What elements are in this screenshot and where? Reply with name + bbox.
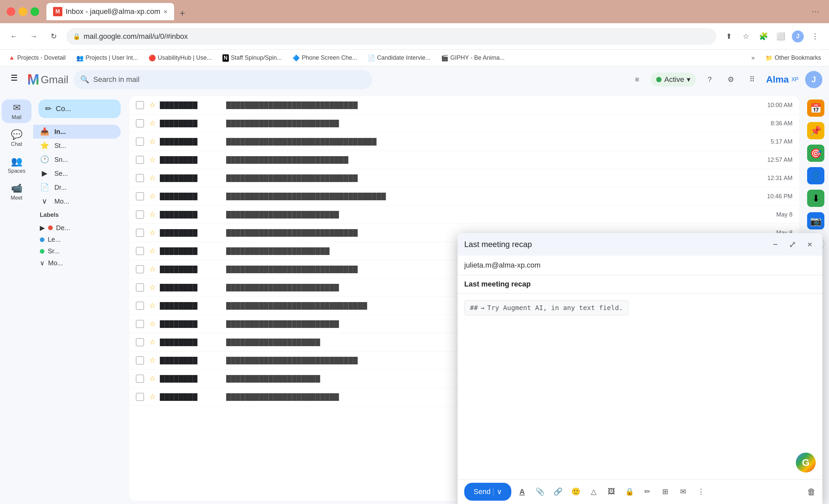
right-icon-tasks[interactable]: 📌	[807, 122, 824, 139]
email-checkbox[interactable]	[136, 174, 144, 182]
address-bar[interactable]: 🔒 mail.google.com/mail/u/0/#inbox	[66, 28, 716, 45]
send-dropdown-arrow[interactable]: ∨	[493, 488, 502, 496]
right-icon-calendar[interactable]: 📅	[807, 100, 824, 117]
compose-body-area[interactable]: ## → Try Augment AI, in any text field. …	[458, 293, 822, 479]
star-icon[interactable]: ☆	[149, 283, 156, 292]
sidebar-item-chat[interactable]: 💬 Chat	[2, 126, 32, 150]
label-item-de[interactable]: ▶ De...	[33, 222, 126, 234]
compose-to-field[interactable]: julieta.m@alma-xp.com	[458, 256, 822, 275]
bookmark-staff-spinup[interactable]: N Staff Spinup/Spin...	[220, 53, 285, 63]
gemini-button[interactable]: G	[796, 453, 816, 472]
email-checkbox[interactable]	[136, 119, 144, 127]
email-checkbox[interactable]	[136, 247, 144, 255]
star-icon[interactable]: ☆	[149, 192, 156, 201]
nav-item-sent[interactable]: ▶ Se...	[33, 167, 121, 180]
right-icon-contacts[interactable]: 👤	[807, 167, 824, 184]
signature-button[interactable]: ✏	[640, 484, 655, 499]
star-icon[interactable]: ☆	[149, 265, 156, 274]
compose-close-button[interactable]: ×	[804, 239, 816, 250]
minimize-window-button[interactable]	[19, 7, 27, 16]
new-tab-button[interactable]: +	[174, 6, 191, 20]
compose-button[interactable]: ✏ Co...	[38, 100, 121, 118]
email-checkbox[interactable]	[136, 138, 144, 146]
bookmark-usabilityhub[interactable]: 🔴 UsabilityHub | Use...	[146, 53, 215, 63]
email-checkbox[interactable]	[136, 211, 144, 218]
email-checkbox[interactable]	[136, 229, 144, 237]
lock-button[interactable]: 🔒	[622, 484, 637, 499]
email-row[interactable]: ☆ ████████ █████████████████████████████…	[129, 187, 799, 206]
email-checkbox[interactable]	[136, 156, 144, 164]
star-icon[interactable]: ☆	[149, 137, 156, 146]
format-text-button[interactable]: A	[515, 484, 529, 499]
bookmark-button[interactable]: ☆	[739, 29, 753, 44]
nav-item-inbox[interactable]: 📥 In...	[33, 125, 121, 139]
label-item-mo[interactable]: ∨ Mo...	[33, 257, 126, 269]
email-checkbox[interactable]	[136, 265, 144, 273]
star-icon[interactable]: ☆	[149, 393, 156, 401]
gmail-search-bar[interactable]: 🔍 Search in mail	[74, 70, 372, 89]
insert-emoji-button[interactable]: 🙂	[568, 484, 583, 499]
bookmarks-overflow[interactable]: »	[749, 53, 757, 63]
star-icon[interactable]: ☆	[149, 101, 156, 109]
email-row[interactable]: ☆ ████████ ████████████████████████████ …	[129, 169, 799, 187]
nav-item-snoozed[interactable]: 🕐 Sn...	[33, 152, 121, 167]
compose-expand-button[interactable]: ⤢	[787, 239, 798, 250]
maximize-window-button[interactable]	[31, 7, 39, 16]
help-button[interactable]: ?	[702, 72, 717, 87]
tab-close-button[interactable]: ×	[164, 8, 168, 15]
split-view-button[interactable]: ⬜	[773, 29, 788, 44]
bookmark-phone-screen[interactable]: 🔷 Phone Screen Che...	[290, 53, 360, 63]
reload-button[interactable]: ↻	[46, 29, 61, 44]
schedule-send-button[interactable]: ✉	[676, 484, 690, 499]
nav-item-more[interactable]: ∨ Mo...	[33, 194, 121, 208]
star-icon[interactable]: ☆	[149, 320, 156, 328]
insert-link-button[interactable]: 🔗	[550, 484, 565, 499]
email-checkbox[interactable]	[136, 393, 144, 401]
email-checkbox[interactable]	[136, 338, 144, 346]
bookmark-user-int[interactable]: 👥 Projects | User Int...	[74, 53, 141, 63]
sidebar-item-meet[interactable]: 📹 Meet	[2, 180, 32, 204]
forward-button[interactable]: →	[27, 29, 41, 44]
right-icon-video[interactable]: 📷	[807, 212, 824, 229]
active-tab[interactable]: M Inbox - jaquell@alma-xp.com ×	[46, 3, 174, 20]
email-checkbox[interactable]	[136, 320, 144, 328]
email-row[interactable]: ☆ ████████ ████████████████████████ May …	[129, 206, 799, 224]
star-icon[interactable]: ☆	[149, 338, 156, 347]
close-window-button[interactable]	[7, 7, 15, 16]
star-icon[interactable]: ☆	[149, 301, 156, 310]
right-icon-meet[interactable]: 🎯	[807, 145, 824, 162]
nav-item-starred[interactable]: ⭐ St...	[33, 139, 121, 152]
email-checkbox[interactable]	[136, 192, 144, 200]
sidebar-item-mail[interactable]: ✉ Mail	[2, 100, 32, 123]
attach-file-button[interactable]: 📎	[533, 484, 547, 499]
star-icon[interactable]: ☆	[149, 174, 156, 182]
bookmark-candidate[interactable]: 📄 Candidate Intervie...	[365, 53, 433, 63]
gmail-menu-button[interactable]: ☰	[7, 70, 22, 85]
bookmark-folder-other[interactable]: 📁 Other Bookmarks	[763, 53, 824, 63]
avatar[interactable]: J	[805, 71, 822, 88]
insert-photo-button[interactable]: 🖼	[604, 484, 619, 499]
filter-settings-button[interactable]: ≡	[630, 72, 644, 87]
send-button[interactable]: Send ∨	[464, 483, 511, 501]
nav-item-drafts[interactable]: 📄 Dr...	[33, 180, 121, 194]
star-icon[interactable]: ☆	[149, 356, 156, 365]
more-options-button[interactable]: ⋮	[694, 484, 708, 499]
email-row[interactable]: ☆ ████████ █████████████████████████████…	[129, 133, 799, 151]
compose-minimize-button[interactable]: −	[769, 239, 781, 250]
email-checkbox[interactable]	[136, 101, 144, 109]
apps-grid-button[interactable]: ⠿	[745, 72, 759, 87]
label-item-sr[interactable]: Sr...	[33, 245, 126, 257]
star-icon[interactable]: ☆	[149, 247, 156, 255]
star-icon[interactable]: ☆	[149, 155, 156, 164]
back-button[interactable]: ←	[7, 29, 21, 44]
window-menu-button[interactable]: ⋯	[812, 7, 822, 16]
more-format-button[interactable]: ⊞	[658, 484, 673, 499]
star-icon[interactable]: ☆	[149, 374, 156, 383]
extensions-button[interactable]: 🧩	[756, 29, 771, 44]
star-icon[interactable]: ☆	[149, 119, 156, 128]
settings-button[interactable]: ⚙	[724, 72, 738, 87]
email-row[interactable]: ☆ ████████ ████████████████████████████ …	[129, 96, 799, 114]
bookmark-dovetail[interactable]: 🔺 Projects - Dovetail	[5, 53, 68, 63]
email-row[interactable]: ☆ ████████ ████████████████████████ 8:36…	[129, 114, 799, 133]
compose-subject-field[interactable]: Last meeting recap	[458, 275, 822, 293]
